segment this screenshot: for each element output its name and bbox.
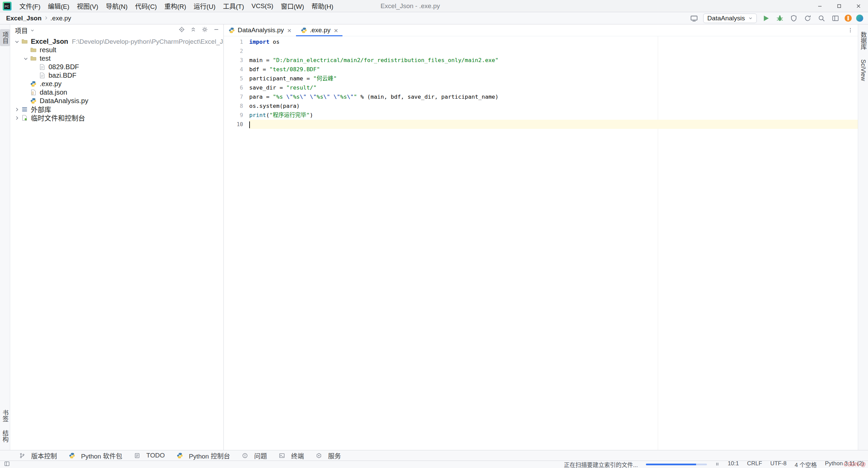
code-line-5[interactable]: 5participant_name = "何云峰" bbox=[224, 74, 858, 83]
menu-item[interactable]: 导航(N) bbox=[102, 0, 131, 12]
user-avatar[interactable] bbox=[856, 15, 863, 22]
minimize-button[interactable] bbox=[810, 0, 829, 12]
toolwindow-button-版本控制[interactable]: 版本控制 bbox=[19, 451, 57, 460]
tab-options-kebab-icon[interactable] bbox=[848, 24, 858, 36]
toolwindow-stripe-SciView[interactable]: SciView bbox=[859, 57, 867, 83]
tree-item[interactable]: 0829.BDF bbox=[10, 63, 223, 71]
code-line-2[interactable]: 2 bbox=[224, 46, 858, 56]
menu-item[interactable]: 编辑(E) bbox=[44, 0, 73, 12]
tree-item[interactable]: {}data.json bbox=[10, 88, 223, 97]
editor-body[interactable]: 1import os23main = "D:/brain_electrical/… bbox=[224, 36, 858, 450]
run-button[interactable] bbox=[761, 14, 771, 23]
status-item[interactable]: Python 3.11 (2) bbox=[825, 460, 864, 468]
toolwindow-stripe-数据库[interactable]: 数据库 bbox=[858, 29, 868, 52]
close-button[interactable] bbox=[849, 0, 868, 12]
menu-item[interactable]: 窗口(W) bbox=[277, 0, 308, 12]
hide-panel-icon[interactable] bbox=[213, 26, 219, 34]
code-text[interactable]: main = "D:/brain_electrical/main2/for_re… bbox=[249, 56, 858, 65]
chevron-down-icon[interactable] bbox=[13, 39, 21, 44]
toolwindow-button-Python 软件包[interactable]: Python 软件包 bbox=[68, 451, 122, 460]
line-number[interactable]: 4 bbox=[224, 65, 249, 74]
line-number[interactable]: 3 bbox=[224, 56, 249, 65]
code-line-3[interactable]: 3main = "D:/brain_electrical/main2/for_r… bbox=[224, 56, 858, 65]
menu-item[interactable]: 视图(V) bbox=[73, 0, 102, 12]
locate-file-icon[interactable] bbox=[179, 26, 185, 34]
status-item[interactable]: 4 个空格 bbox=[795, 460, 817, 468]
rerun-button[interactable] bbox=[803, 14, 812, 23]
code-text[interactable] bbox=[249, 120, 858, 129]
line-number[interactable]: 2 bbox=[224, 46, 249, 56]
run-configuration-select[interactable]: DataAnalysis bbox=[703, 14, 757, 23]
chevron-right-icon[interactable] bbox=[13, 115, 21, 121]
chevron-right-icon[interactable] bbox=[13, 107, 21, 112]
toolwindow-button-TODO[interactable]: TODO bbox=[134, 452, 165, 459]
tree-item[interactable]: test bbox=[10, 54, 223, 63]
menu-item[interactable]: 运行(U) bbox=[190, 0, 219, 12]
tab-close-icon[interactable]: × bbox=[334, 27, 338, 34]
settings-gear-icon[interactable] bbox=[202, 26, 208, 34]
menu-item[interactable]: 文件(F) bbox=[16, 0, 44, 12]
code-line-7[interactable]: 7para = "%s \"%s\" \"%s\" \"%s\"" % (mai… bbox=[224, 92, 858, 101]
code-line-4[interactable]: 4bdf = "test/0829.BDF" bbox=[224, 65, 858, 74]
line-number[interactable]: 5 bbox=[224, 74, 249, 83]
line-number[interactable]: 6 bbox=[224, 83, 249, 92]
menu-item[interactable]: 帮助(H) bbox=[308, 0, 337, 12]
code-line-6[interactable]: 6save_dir = "result/" bbox=[224, 83, 858, 92]
line-number[interactable]: 8 bbox=[224, 101, 249, 111]
code-text[interactable]: print("程序运行完毕") bbox=[249, 111, 858, 120]
project-view-selector[interactable]: 项目 bbox=[15, 26, 28, 35]
breadcrumb-file[interactable]: .exe.py bbox=[51, 15, 71, 22]
editor-tab[interactable]: DataAnalysis.py× bbox=[224, 24, 296, 36]
tree-item[interactable]: 临时文件和控制台 bbox=[10, 114, 223, 122]
code-line-8[interactable]: 8os.system(para) bbox=[224, 101, 858, 111]
code-line-10[interactable]: 10 bbox=[224, 120, 858, 129]
run-targets-icon[interactable] bbox=[689, 14, 699, 23]
code-line-9[interactable]: 9print("程序运行完毕") bbox=[224, 111, 858, 120]
code-text[interactable]: para = "%s \"%s\" \"%s\" \"%s\"" % (main… bbox=[249, 92, 858, 101]
menu-item[interactable]: 工具(T) bbox=[219, 0, 248, 12]
debug-button[interactable] bbox=[775, 14, 785, 23]
tree-item[interactable]: 外部库 bbox=[10, 105, 223, 114]
maximize-button[interactable] bbox=[829, 0, 849, 12]
toolwindow-stripe-书签[interactable]: 书签 bbox=[0, 407, 10, 424]
menu-item[interactable]: 重构(R) bbox=[161, 0, 190, 12]
toolwindow-switcher-icon[interactable] bbox=[4, 461, 10, 468]
toolwindow-button-终端[interactable]: 终端 bbox=[278, 451, 304, 460]
promo-gift-icon[interactable] bbox=[845, 15, 852, 22]
editor-tab[interactable]: .exe.py× bbox=[296, 24, 343, 36]
tree-item[interactable]: .exe.py bbox=[10, 80, 223, 88]
line-number[interactable]: 1 bbox=[224, 37, 249, 46]
breadcrumb-project[interactable]: Excel_Json bbox=[6, 15, 42, 22]
status-item[interactable]: CRLF bbox=[747, 460, 762, 468]
run-coverage-button[interactable] bbox=[789, 14, 798, 23]
menu-item[interactable]: 代码(C) bbox=[131, 0, 160, 12]
layout-settings-icon[interactable] bbox=[831, 14, 840, 23]
line-number[interactable]: 10 bbox=[224, 120, 249, 129]
toolwindow-stripe-结构[interactable]: 结构 bbox=[0, 428, 10, 445]
code-text[interactable]: save_dir = "result/" bbox=[249, 83, 858, 92]
menu-item[interactable]: VCS(S) bbox=[248, 0, 277, 12]
tree-item[interactable]: bazi.BDF bbox=[10, 71, 223, 80]
toolwindow-button-服务[interactable]: 服务 bbox=[315, 451, 341, 460]
code-line-1[interactable]: 1import os bbox=[224, 37, 858, 46]
line-number[interactable]: 9 bbox=[224, 111, 249, 120]
tab-close-icon[interactable]: × bbox=[287, 27, 291, 34]
collapse-all-icon[interactable] bbox=[190, 26, 196, 34]
line-number[interactable]: 7 bbox=[224, 92, 249, 101]
pause-indexing-icon[interactable] bbox=[715, 461, 719, 468]
chevron-down-icon[interactable] bbox=[30, 27, 35, 34]
code-text[interactable] bbox=[249, 46, 858, 56]
toolwindow-stripe-项目[interactable]: 项目 bbox=[0, 29, 10, 46]
code-text[interactable]: os.system(para) bbox=[249, 101, 858, 111]
code-text[interactable]: participant_name = "何云峰" bbox=[249, 74, 858, 83]
toolwindow-button-问题[interactable]: 问题 bbox=[241, 451, 267, 460]
status-item[interactable]: 10:1 bbox=[728, 460, 739, 468]
code-text[interactable]: bdf = "test/0829.BDF" bbox=[249, 65, 858, 74]
tree-item[interactable]: DataAnalysis.py bbox=[10, 97, 223, 105]
toolwindow-button-Python 控制台[interactable]: Python 控制台 bbox=[176, 451, 230, 460]
code-text[interactable]: import os bbox=[249, 37, 858, 46]
status-item[interactable]: UTF-8 bbox=[770, 460, 787, 468]
search-everywhere-icon[interactable] bbox=[817, 14, 826, 23]
chevron-down-icon[interactable] bbox=[22, 56, 30, 61]
tree-item[interactable]: result bbox=[10, 46, 223, 54]
